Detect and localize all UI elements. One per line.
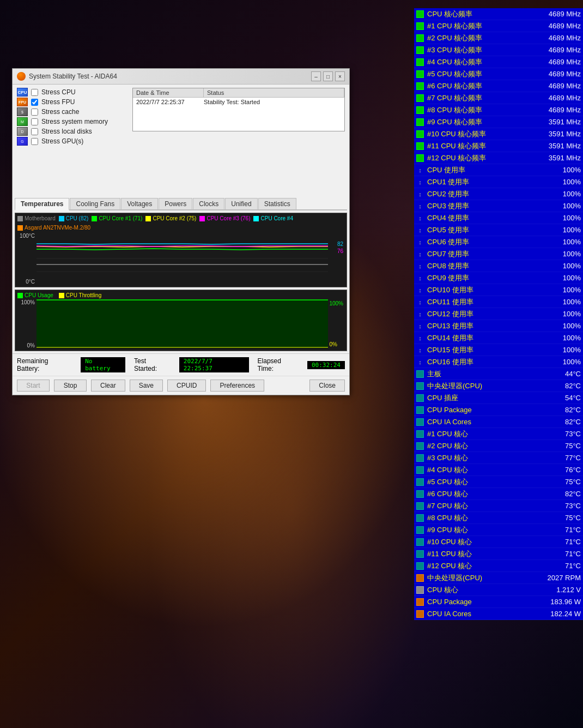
sensor-row: #3 CPU 核心 77°C — [414, 452, 583, 464]
sensor-value: 75°C — [537, 514, 581, 522]
stress-cpu-label[interactable]: Stress CPU — [41, 88, 76, 96]
stress-cache-checkbox[interactable] — [31, 109, 38, 116]
sensor-icon — [416, 142, 424, 150]
maximize-button[interactable]: □ — [323, 71, 333, 81]
stress-fpu-checkbox[interactable] — [31, 99, 38, 106]
legend-dot — [17, 216, 23, 221]
sensor-value: 71°C — [537, 526, 581, 534]
sensor-name: #10 CPU 核心 — [427, 537, 537, 547]
clear-button[interactable]: Clear — [91, 380, 125, 392]
stress-memory-checkbox[interactable] — [31, 118, 38, 125]
log-status-value: Stability Test: Started — [204, 99, 341, 105]
sensor-name: CPU8 使用率 — [427, 261, 537, 271]
sensor-icon: ↕ — [416, 298, 424, 306]
sensor-icon: ↕ — [416, 202, 424, 210]
tab-cooling-fans[interactable]: Cooling Fans — [70, 198, 120, 209]
sensor-icon: ↕ — [416, 226, 424, 234]
test-started-value: 2022/7/7 22:25:37 — [179, 357, 249, 372]
sensor-row: 中央处理器(CPU) 82°C — [414, 380, 583, 392]
cpu-icon: CPU — [17, 88, 28, 97]
legend-item: CPU Core #4 — [253, 215, 293, 221]
sensor-name: #6 CPU 核心频率 — [427, 81, 537, 91]
legend-label: CPU Core #4 — [260, 215, 293, 221]
chart2-val-0: 0% — [329, 341, 343, 347]
sensor-row: #6 CPU 核心频率 4689 MHz — [414, 80, 583, 92]
close-window-button[interactable]: × — [335, 71, 345, 81]
stress-disks-checkbox[interactable] — [31, 128, 38, 135]
save-button[interactable]: Save — [130, 380, 163, 392]
tab-clocks[interactable]: Clocks — [193, 198, 224, 209]
tab-powers[interactable]: Powers — [159, 198, 192, 209]
sensor-value: 73°C — [537, 502, 581, 510]
sensor-row: ↕ CPU1 使用率 100% — [414, 176, 583, 188]
legend-label: CPU Core #2 (75) — [153, 215, 196, 221]
sensor-value: 100% — [537, 190, 581, 198]
fpu-icon: FPU — [17, 98, 28, 106]
tab-voltages[interactable]: Voltages — [121, 198, 158, 209]
tab-temperatures[interactable]: Temperatures — [15, 198, 69, 210]
sensor-icon — [416, 406, 424, 414]
log-header: Date & Time Status — [133, 88, 344, 98]
sensor-value: 100% — [537, 358, 581, 366]
stress-disks-label[interactable]: Stress local disks — [41, 128, 92, 135]
sensor-value: 100% — [537, 334, 581, 342]
sensor-icon — [416, 514, 424, 522]
sensor-value: 71°C — [537, 538, 581, 546]
sensor-value: 100% — [537, 298, 581, 306]
gpu-icon: G — [17, 137, 28, 146]
stress-fpu-label[interactable]: Stress FPU — [41, 98, 75, 106]
sensor-name: #1 CPU 核心 — [427, 429, 537, 439]
cpuid-button[interactable]: CPUID — [167, 380, 206, 392]
sensor-name: CPU IA Cores — [427, 418, 537, 426]
chart2-svg — [37, 299, 328, 348]
legend-label: Motherboard — [25, 215, 56, 221]
stress-gpu-row: G Stress GPU(s) — [17, 137, 120, 146]
sensor-value: 100% — [537, 322, 581, 330]
stress-fpu-row: FPU Stress FPU — [17, 98, 120, 106]
stop-button[interactable]: Stop — [54, 380, 87, 392]
sensor-value: 3591 MHz — [537, 130, 581, 138]
log-area: Date & Time Status 2022/7/7 22:25:37 Sta… — [132, 88, 345, 131]
preferences-button[interactable]: Preferences — [210, 380, 264, 392]
log-datetime-value: 2022/7/7 22:25:37 — [136, 99, 204, 105]
sensor-row: #8 CPU 核心 75°C — [414, 512, 583, 524]
sensor-value: 100% — [537, 214, 581, 222]
sensor-name: CPU 插座 — [427, 393, 537, 403]
sensor-value: 3591 MHz — [537, 118, 581, 126]
sensor-name: #7 CPU 核心频率 — [427, 93, 537, 103]
stress-gpu-checkbox[interactable] — [31, 138, 38, 145]
sensor-row: #5 CPU 核心频率 4689 MHz — [414, 68, 583, 80]
sensor-value: 76°C — [537, 466, 581, 474]
legend-label: CPU Core #1 (71) — [99, 215, 142, 221]
sensor-row: CPU 插座 54°C — [414, 392, 583, 404]
sensor-name: CPU4 使用率 — [427, 213, 537, 223]
stress-cache-label[interactable]: Stress cache — [41, 108, 79, 116]
sensor-row: #10 CPU 核心 71°C — [414, 536, 583, 548]
stress-cpu-checkbox[interactable] — [31, 89, 38, 96]
stress-memory-label[interactable]: Stress system memory — [41, 118, 108, 125]
tab-unified[interactable]: Unified — [225, 198, 257, 209]
legend-dot — [17, 225, 23, 231]
start-button[interactable]: Start — [17, 380, 50, 392]
sensor-value: 2027 RPM — [537, 574, 581, 582]
status-bar: Remaining Battery: No battery Test Start… — [13, 353, 349, 376]
close-button[interactable]: Close — [309, 380, 345, 392]
sensor-row: ↕ CPU5 使用率 100% — [414, 224, 583, 236]
sensor-icon — [416, 118, 424, 126]
minimize-button[interactable]: – — [311, 71, 321, 81]
stress-gpu-label[interactable]: Stress GPU(s) — [41, 137, 83, 145]
sensor-value: 100% — [537, 274, 581, 282]
sensor-value: 4689 MHz — [537, 82, 581, 90]
sensor-row: #4 CPU 核心 76°C — [414, 464, 583, 476]
chart1-legend: MotherboardCPU (82)CPU Core #1 (71)CPU C… — [17, 215, 344, 231]
sensor-icon — [416, 478, 424, 486]
window-title: System Stability Test - AIDA64 — [29, 73, 117, 80]
tab-statistics[interactable]: Statistics — [258, 198, 296, 209]
sensor-row: #7 CPU 核心频率 4689 MHz — [414, 92, 583, 104]
sensor-icon — [416, 70, 424, 78]
chart2-val-100: 100% — [329, 300, 343, 306]
sensor-row: #6 CPU 核心 82°C — [414, 488, 583, 500]
chart2-legend: CPU UsageCPU Throttling — [17, 292, 344, 298]
sensor-icon: ↕ — [416, 358, 424, 366]
sensor-row: ↕ CPU11 使用率 100% — [414, 296, 583, 308]
